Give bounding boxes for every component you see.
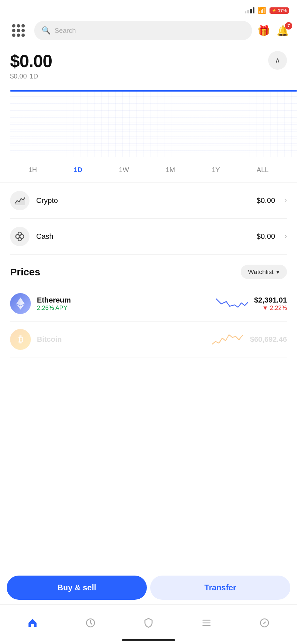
svg-point-3 bbox=[18, 237, 21, 241]
bitcoin-price: $60,692.46 bbox=[250, 335, 287, 344]
buy-sell-button[interactable]: Buy & sell bbox=[7, 576, 147, 600]
portfolio-total: $0.00 bbox=[10, 51, 52, 71]
time-1m[interactable]: 1M bbox=[161, 163, 180, 176]
watchlist-button[interactable]: Watchlist ▾ bbox=[241, 265, 287, 279]
top-nav: 🔍 Search 🎁 🔔 7 bbox=[0, 17, 297, 44]
bitcoin-price-col: $60,692.46 bbox=[250, 335, 287, 344]
ethereum-icon bbox=[16, 297, 25, 310]
chart-area bbox=[0, 90, 297, 157]
bitcoin-icon: ₿ bbox=[18, 334, 23, 345]
crypto-chevron-icon: › bbox=[285, 196, 287, 205]
svg-marker-5 bbox=[20, 298, 24, 306]
transfer-button[interactable]: Transfer bbox=[150, 576, 290, 600]
battery-icon: ⚡ bbox=[272, 8, 277, 13]
prices-title: Prices bbox=[10, 266, 40, 278]
bitcoin-price-row[interactable]: ₿ Bitcoin $60,692.46 bbox=[10, 322, 287, 358]
crypto-value: $0.00 bbox=[257, 196, 275, 205]
ethereum-price-col: $2,391.01 ▼ 2.22% bbox=[254, 296, 287, 312]
time-selector: 1H 1D 1W 1M 1Y ALL bbox=[0, 157, 297, 183]
bottom-nav bbox=[0, 604, 297, 644]
ethereum-change: ▼ 2.22% bbox=[254, 305, 287, 312]
time-all[interactable]: ALL bbox=[252, 163, 274, 176]
list-icon bbox=[201, 618, 212, 628]
search-bar[interactable]: 🔍 Search bbox=[34, 21, 252, 40]
portfolio-change: $0.00 1D bbox=[10, 72, 52, 80]
watchlist-label: Watchlist bbox=[248, 268, 274, 276]
tab-portfolio[interactable] bbox=[194, 614, 219, 632]
crypto-icon-wrap bbox=[10, 191, 29, 210]
portfolio-change-amount: $0.00 bbox=[10, 72, 27, 80]
time-1w[interactable]: 1W bbox=[114, 163, 134, 176]
bitcoin-logo: ₿ bbox=[10, 329, 31, 350]
cash-icon-wrap bbox=[10, 227, 29, 246]
cash-value: $0.00 bbox=[257, 232, 275, 241]
ethereum-mini-chart bbox=[215, 296, 248, 312]
gift-button[interactable]: 🎁 bbox=[257, 25, 270, 37]
ethereum-price-row[interactable]: Ethereum 2.26% APY $2,391.01 ▼ 2.22% bbox=[10, 286, 287, 322]
crypto-label: Crypto bbox=[36, 196, 250, 205]
search-icon: 🔍 bbox=[42, 26, 51, 35]
chart-gradient bbox=[10, 92, 297, 157]
logo-dots bbox=[11, 23, 26, 38]
tab-discover[interactable] bbox=[252, 614, 277, 632]
notification-button[interactable]: 🔔 7 bbox=[277, 25, 289, 37]
watchlist-chevron-icon: ▾ bbox=[276, 268, 280, 276]
svg-rect-9 bbox=[202, 620, 211, 621]
time-1y[interactable]: 1Y bbox=[207, 163, 225, 176]
ethereum-info: Ethereum 2.26% APY bbox=[37, 296, 209, 312]
signal-indicator bbox=[245, 7, 254, 13]
search-placeholder: Search bbox=[55, 27, 76, 35]
portfolio-section: $0.00 $0.00 1D ∧ bbox=[0, 44, 297, 84]
bitcoin-mini-chart bbox=[211, 331, 244, 347]
battery-text: 17% bbox=[278, 8, 287, 13]
bottom-cta: Buy & sell Transfer bbox=[0, 572, 297, 604]
clock-icon bbox=[85, 618, 96, 628]
asset-section: Crypto $0.00 › Cash $0.00 › bbox=[0, 183, 297, 255]
app-logo[interactable] bbox=[8, 20, 29, 41]
time-1d[interactable]: 1D bbox=[69, 163, 87, 176]
cash-label: Cash bbox=[36, 232, 250, 241]
ethereum-name: Ethereum bbox=[37, 296, 209, 305]
status-bar: 📶 ⚡ 17% bbox=[0, 0, 297, 17]
bitcoin-info: Bitcoin bbox=[37, 335, 204, 344]
home-icon bbox=[27, 618, 38, 628]
svg-point-2 bbox=[18, 232, 21, 235]
compass-icon bbox=[259, 618, 270, 628]
ethereum-price: $2,391.01 bbox=[254, 296, 287, 305]
wifi-icon: 📶 bbox=[258, 6, 266, 14]
battery-indicator: ⚡ 17% bbox=[270, 7, 289, 14]
tab-home[interactable] bbox=[20, 614, 45, 632]
prices-header: Prices Watchlist ▾ bbox=[10, 265, 287, 279]
notification-badge: 7 bbox=[285, 22, 292, 30]
shield-icon bbox=[143, 618, 154, 628]
svg-marker-13 bbox=[263, 621, 266, 625]
tab-security[interactable] bbox=[136, 614, 161, 632]
svg-rect-10 bbox=[202, 622, 211, 623]
chevron-up-icon: ∧ bbox=[275, 56, 280, 65]
crypto-asset-row[interactable]: Crypto $0.00 › bbox=[10, 183, 287, 219]
home-indicator bbox=[122, 639, 175, 641]
tab-activity[interactable] bbox=[78, 614, 103, 632]
time-1h[interactable]: 1H bbox=[24, 163, 42, 176]
ethereum-logo bbox=[10, 293, 31, 314]
cash-asset-row[interactable]: Cash $0.00 › bbox=[10, 219, 287, 255]
portfolio-values: $0.00 $0.00 1D bbox=[10, 51, 52, 80]
gift-icon: 🎁 bbox=[257, 25, 270, 36]
cash-icon bbox=[14, 230, 26, 243]
bitcoin-name: Bitcoin bbox=[37, 335, 204, 344]
collapse-button[interactable]: ∧ bbox=[268, 51, 287, 70]
crypto-chart-icon bbox=[14, 196, 25, 205]
nav-icons: 🎁 🔔 7 bbox=[257, 25, 289, 37]
portfolio-change-period: 1D bbox=[29, 72, 38, 80]
svg-rect-11 bbox=[202, 625, 211, 626]
ethereum-apy: 2.26% APY bbox=[37, 305, 209, 312]
portfolio-header: $0.00 $0.00 1D ∧ bbox=[10, 51, 287, 80]
prices-section: Prices Watchlist ▾ Ethereum 2.26% APY $2… bbox=[0, 255, 297, 358]
cash-chevron-icon: › bbox=[285, 232, 287, 241]
